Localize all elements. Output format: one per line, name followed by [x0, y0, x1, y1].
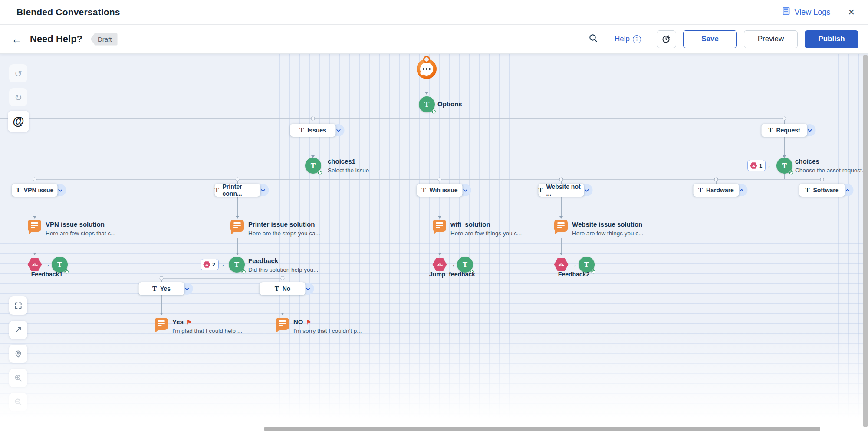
- save-button[interactable]: Save: [683, 30, 737, 48]
- redo-button[interactable]: ↻: [9, 88, 27, 106]
- choices1-node[interactable]: T: [305, 158, 321, 174]
- node-subtitle: Here are few steps that c...: [46, 230, 115, 237]
- node-subtitle: Here are few things you c...: [572, 230, 643, 237]
- junction-dot[interactable]: [559, 178, 563, 181]
- junction-dot[interactable]: [33, 178, 37, 181]
- feedback2-node[interactable]: T: [579, 257, 595, 273]
- feedback2-jump-node[interactable]: [554, 258, 569, 271]
- fit-screen-button[interactable]: [9, 296, 27, 315]
- canvas-bottom-fade: [0, 329, 868, 431]
- branch-chip-wifi-issue[interactable]: TWifi issue: [417, 184, 463, 197]
- junction-dot[interactable]: [311, 117, 315, 121]
- arrowhead: [438, 253, 441, 255]
- flow-arrow-icon: →: [570, 261, 577, 269]
- feedback-node[interactable]: T: [229, 257, 245, 273]
- yes-message-node[interactable]: [155, 318, 168, 330]
- jump-action-icon: [203, 261, 210, 268]
- zoom-in-button[interactable]: [9, 369, 27, 387]
- branch-chip-request[interactable]: TRequest: [762, 124, 807, 137]
- junction-dot[interactable]: [714, 178, 718, 181]
- branch-label: Wifi issue: [429, 187, 457, 194]
- bot-start-node[interactable]: [417, 59, 437, 79]
- text-type-icon: T: [275, 285, 279, 293]
- node-title: choices: [795, 158, 819, 165]
- text-type-icon: T: [424, 100, 429, 109]
- badge-count: 1: [759, 162, 762, 169]
- junction-dot[interactable]: [236, 178, 240, 181]
- fullscreen-icon: [14, 301, 23, 310]
- redo-icon: ↻: [14, 93, 22, 102]
- help-label: Help: [615, 35, 630, 43]
- back-button[interactable]: ←: [11, 34, 22, 45]
- wifi-solution-message-node[interactable]: [433, 220, 446, 232]
- flow-arrow-icon: →: [43, 261, 50, 269]
- node-title: Options: [437, 100, 462, 108]
- horizontal-scrollbar[interactable]: [264, 427, 820, 431]
- preview-button[interactable]: Preview: [744, 30, 798, 48]
- junction-dot[interactable]: [438, 178, 442, 181]
- junction-dot[interactable]: [281, 276, 285, 280]
- zoom-out-icon: [14, 398, 23, 406]
- branch-chip-hardware[interactable]: THardware: [694, 184, 739, 197]
- jump-feedback-jump-node[interactable]: [432, 258, 447, 271]
- vertical-scrollbar[interactable]: [863, 55, 868, 427]
- flag-icon: ⚑: [187, 319, 192, 326]
- choices-node[interactable]: T: [776, 158, 792, 174]
- connector-line: [161, 295, 162, 313]
- jump-action-icon: [557, 260, 566, 269]
- node-subtitle: Here are few things you c...: [450, 230, 522, 237]
- arrowhead: [33, 216, 36, 219]
- node-title: Feedback2: [558, 271, 589, 278]
- branch-chip-website[interactable]: TWebsite not ...: [539, 184, 584, 197]
- incoming-jump-badge[interactable]: 2: [201, 259, 219, 270]
- flow-arrow-icon: →: [218, 261, 225, 269]
- junction-dot[interactable]: [783, 117, 786, 121]
- jump-feedback-node[interactable]: T: [457, 257, 473, 273]
- junction-dot[interactable]: [820, 178, 824, 181]
- connector-line: [561, 238, 562, 253]
- publish-button[interactable]: Publish: [805, 30, 858, 48]
- zoom-in-icon: [14, 374, 23, 382]
- arrowhead: [425, 92, 428, 95]
- options-node[interactable]: T: [419, 96, 435, 112]
- mention-button[interactable]: @: [8, 111, 29, 132]
- branch-chip-vpn-issue[interactable]: TVPN issue: [12, 184, 58, 197]
- flag-icon: ⚑: [306, 319, 312, 326]
- hand-pointer-icon: [62, 267, 70, 275]
- feedback1-node[interactable]: T: [52, 257, 68, 273]
- branch-chip-software[interactable]: TSoftware: [799, 184, 845, 197]
- connector-line: [237, 273, 237, 278]
- branch-label: VPN issue: [24, 187, 53, 194]
- connector-line: [784, 174, 785, 179]
- connector-line: [35, 197, 35, 216]
- version-history-button[interactable]: [657, 30, 676, 48]
- search-button[interactable]: [589, 33, 598, 45]
- zoom-out-button[interactable]: [9, 393, 27, 411]
- expand-button[interactable]: [9, 321, 27, 339]
- text-type-icon: T: [782, 161, 787, 170]
- no-message-node[interactable]: [276, 318, 289, 330]
- printer-solution-message-node[interactable]: [230, 220, 244, 232]
- feedback1-jump-node[interactable]: [27, 258, 42, 271]
- connector-line: [161, 278, 283, 279]
- junction-dot[interactable]: [160, 276, 164, 280]
- branch-chip-issues[interactable]: TIssues: [290, 124, 336, 137]
- hand-pointer-icon: [589, 267, 597, 275]
- flow-canvas[interactable]: T Options TIssues TRequest TVPN issue TP…: [0, 54, 868, 431]
- website-solution-message-node[interactable]: [554, 220, 568, 232]
- vpn-solution-message-node[interactable]: [28, 220, 41, 232]
- branch-chip-yes[interactable]: TYes: [139, 282, 184, 295]
- branch-chip-no[interactable]: TNo: [260, 282, 306, 295]
- close-icon[interactable]: ✕: [845, 6, 858, 18]
- view-logs-button[interactable]: View Logs: [782, 7, 831, 18]
- locate-button[interactable]: [9, 345, 27, 363]
- logs-icon: [782, 7, 791, 18]
- help-link[interactable]: Help ?: [615, 35, 641, 43]
- node-title: Jump_feedback: [429, 271, 475, 278]
- text-type-icon: T: [299, 127, 304, 134]
- incoming-jump-badge[interactable]: 1: [747, 160, 766, 171]
- undo-button[interactable]: ↺: [9, 64, 27, 82]
- branch-chip-printer[interactable]: TPrinter conn...: [215, 184, 260, 197]
- arrowhead: [438, 216, 441, 219]
- arrowhead: [559, 216, 563, 219]
